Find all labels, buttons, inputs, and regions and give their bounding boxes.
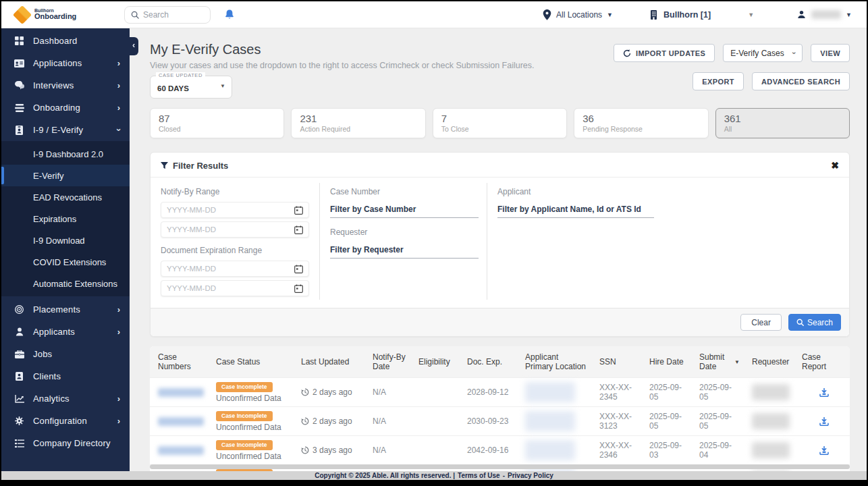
doc-exp-start-field[interactable] [161, 261, 309, 277]
horizontal-scrollbar[interactable] [150, 464, 850, 469]
calendar-icon[interactable] [294, 265, 303, 273]
cases-table: Case Numbers Case Status Last Updated No… [150, 346, 850, 471]
terms-link[interactable]: Terms of Use [458, 472, 500, 479]
sidebar-item-company-directory[interactable]: Company Directory [1, 432, 130, 454]
sidebar-item-i9-dashboard[interactable]: I-9 Dashboard 2.0 [1, 143, 130, 165]
chevron-right-icon: › [117, 327, 120, 336]
sidebar-item-analytics[interactable]: Analytics › [1, 387, 130, 410]
notifications-button[interactable] [224, 9, 235, 20]
cell-submit-date: 2025-09-05 [691, 406, 744, 435]
view-button[interactable]: VIEW [811, 44, 850, 62]
doc-exp-end-field[interactable] [161, 280, 309, 296]
sidebar-item-placements[interactable]: Placements › [1, 298, 130, 321]
case-updated-label: CASE UPDATED [156, 72, 205, 78]
calendar-icon[interactable] [294, 206, 303, 215]
sidebar-item-clients[interactable]: Clients [1, 365, 130, 387]
close-icon[interactable]: ✖ [831, 160, 839, 171]
col-last-updated: Last Updated [293, 346, 364, 377]
calendar-icon[interactable] [294, 284, 303, 293]
applicant-location-redacted [525, 411, 575, 431]
global-search[interactable] [124, 6, 211, 24]
app-logo[interactable]: Bullhorn Onboarding [1, 7, 130, 22]
notify-end-input[interactable] [167, 225, 294, 234]
company-selector[interactable]: Bullhorn [1] ▼ [649, 9, 754, 20]
sidebar-item-interviews[interactable]: Interviews › [1, 74, 130, 97]
sidebar-item-dashboard[interactable]: Dashboard [1, 30, 130, 52]
search-icon [796, 319, 804, 326]
sidebar-item-automatic-extensions[interactable]: Automatic Extensions [1, 273, 130, 294]
sidebar-item-i9-download[interactable]: I-9 Download [1, 230, 130, 251]
case-number-input[interactable] [330, 202, 479, 218]
chevron-left-icon: › [132, 42, 135, 51]
copyright-text: Copyright © 2025 Able. All rights reserv… [315, 472, 455, 479]
case-number-link-redacted[interactable] [158, 388, 204, 397]
company-label: Bullhorn [1] [663, 10, 711, 20]
col-submit-date[interactable]: Submit Date▼ [691, 346, 744, 377]
case-updated-select[interactable]: CASE UPDATED 60 DAYS ▼ [150, 76, 232, 99]
sidebar-item-everify[interactable]: E-Verify [1, 165, 130, 186]
notify-start-field[interactable] [161, 202, 309, 218]
sidebar-item-applications[interactable]: Applications › [1, 52, 130, 74]
cell-last-updated: 2 days ago [293, 406, 364, 435]
cell-ssn: XXX-XX-2345 [591, 377, 641, 406]
cell-applicant-location [517, 406, 591, 435]
search-input[interactable] [143, 10, 204, 20]
client-badge-icon [14, 372, 24, 381]
doc-exp-start-input[interactable] [167, 265, 294, 273]
stat-card-action-required[interactable]: 231 Action Required [291, 108, 425, 138]
status-subtext: Unconfirmed Data [216, 423, 281, 432]
calendar-icon[interactable] [294, 225, 303, 234]
cell-hire-date: 2025-09-05 [641, 406, 691, 435]
download-icon[interactable] [802, 388, 846, 397]
sidebar-item-jobs[interactable]: Jobs [1, 343, 130, 365]
sidebar-item-i9-everify[interactable]: I-9 / E-Verify › [1, 119, 130, 141]
download-icon[interactable] [802, 417, 846, 426]
sidebar-collapse-button[interactable]: › [130, 37, 138, 55]
cell-doc-exp: 2028-09-12 [459, 377, 517, 406]
location-selector[interactable]: All Locations ▼ [543, 9, 613, 20]
cell-case-report [794, 377, 850, 406]
advanced-search-button[interactable]: ADVANCED SEARCH [752, 72, 850, 90]
applicant-input[interactable] [497, 202, 654, 218]
briefcase-icon [14, 350, 24, 358]
sidebar-item-onboarding[interactable]: Onboarding › [1, 97, 130, 119]
applicant-location-redacted [525, 440, 575, 460]
sidebar-item-covid-extensions[interactable]: COVID Extensions [1, 251, 130, 273]
stat-card-closed[interactable]: 87 Closed [150, 108, 284, 138]
sidebar-item-ead-revocations[interactable]: EAD Revocations [1, 186, 130, 208]
chevron-down-icon: › [114, 128, 123, 131]
search-button[interactable]: Search [788, 314, 841, 331]
case-number-link-redacted[interactable] [158, 446, 204, 455]
sidebar-item-expirations[interactable]: Expirations [1, 208, 130, 230]
status-subtext: Unconfirmed Data [216, 394, 281, 403]
download-icon[interactable] [802, 446, 846, 455]
person-icon [14, 327, 24, 336]
page-title: My E-Verify Cases [150, 42, 614, 57]
user-menu[interactable]: ▼ [796, 9, 852, 20]
badge-icon [14, 126, 24, 135]
sidebar-item-applicants[interactable]: Applicants › [1, 321, 130, 343]
cell-case-number [150, 435, 208, 464]
cell-ssn: XXX-XX-3123 [591, 406, 641, 435]
requester-input[interactable] [330, 242, 479, 259]
table-header-row: Case Numbers Case Status Last Updated No… [150, 346, 850, 377]
col-ssn: SSN [591, 346, 641, 377]
sidebar-item-configuration[interactable]: Configuration › [1, 410, 130, 432]
stat-card-all[interactable]: 361 All [715, 108, 850, 138]
import-updates-button[interactable]: IMPORT UPDATES [614, 44, 715, 62]
cell-applicant-location [517, 435, 591, 464]
rows-icon [14, 104, 24, 112]
stat-card-to-close[interactable]: 7 To Close [433, 108, 567, 138]
view-type-select[interactable]: E-Verify Cases › [723, 44, 803, 62]
stat-card-pending-response[interactable]: 36 Pending Response [574, 108, 708, 138]
notify-end-field[interactable] [161, 221, 309, 238]
privacy-link[interactable]: Privacy Policy [508, 472, 553, 479]
clear-button[interactable]: Clear [740, 314, 782, 331]
doc-exp-end-input[interactable] [167, 284, 294, 292]
building-icon [649, 9, 659, 20]
notify-start-input[interactable] [167, 206, 294, 214]
status-badge: Case Incomplete [216, 411, 273, 421]
case-updated-value: 60 DAYS [157, 84, 189, 92]
export-button[interactable]: EXPORT [693, 72, 744, 90]
case-number-link-redacted[interactable] [158, 417, 204, 426]
